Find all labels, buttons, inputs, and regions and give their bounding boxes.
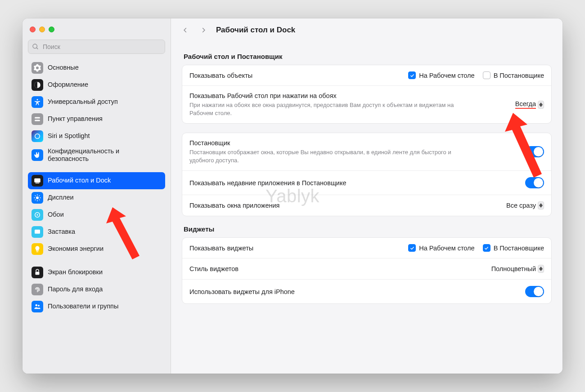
checkbox-icon bbox=[483, 71, 490, 79]
row-desc: При нажатии на обоях все окна раздвинутс… bbox=[189, 101, 459, 117]
sidebar-item-general[interactable]: Основные bbox=[28, 59, 165, 76]
svg-rect-12 bbox=[35, 230, 40, 234]
accessibility-icon bbox=[32, 96, 43, 108]
check-widgets-stage[interactable]: В Постановщике bbox=[483, 244, 544, 252]
row-widget-style: Стиль виджетов Полноцветный bbox=[182, 258, 551, 280]
chevron-updown-icon bbox=[538, 101, 544, 109]
group-desktop-stage: Показывать объекты На Рабочем столе В По… bbox=[182, 65, 552, 124]
sidebar-item-privacy[interactable]: Конфиденциальность и безопасность bbox=[28, 145, 165, 166]
sidebar-item-label: Пароль для входа bbox=[48, 285, 162, 293]
lock-icon bbox=[32, 267, 43, 278]
sidebar-item-displays[interactable]: Дисплеи bbox=[28, 189, 165, 206]
sidebar-nav: Основные Оформление Универсальный доступ… bbox=[28, 59, 165, 315]
sidebar-item-label: Дисплеи bbox=[48, 194, 162, 201]
row-label: Стиль виджетов bbox=[189, 265, 484, 272]
sidebar-item-lock-screen[interactable]: Экран блокировки bbox=[28, 264, 165, 281]
group-widgets: Показывать виджеты На Рабочем столе В По… bbox=[182, 237, 552, 304]
popup-widget-style[interactable]: Полноцветный bbox=[491, 265, 544, 273]
row-iphone-widgets: Использовать виджеты для iPhone bbox=[182, 280, 551, 303]
sidebar-item-label: Пользователи и группы bbox=[48, 303, 162, 310]
appearance-icon bbox=[32, 79, 43, 91]
row-label: Показывать окна приложения bbox=[189, 202, 499, 209]
sidebar-item-siri[interactable]: Siri и Spotlight bbox=[28, 128, 165, 145]
sidebar-item-label: Рабочий стол и Dock bbox=[48, 177, 162, 184]
switch-recent-apps[interactable] bbox=[525, 177, 544, 188]
checkbox-icon bbox=[408, 244, 416, 252]
check-on-desktop[interactable]: На Рабочем столе bbox=[408, 71, 474, 79]
section-header-widgets: Виджеты bbox=[184, 225, 550, 233]
svg-rect-7 bbox=[34, 178, 40, 183]
fingerprint-icon bbox=[32, 284, 43, 295]
sidebar-item-label: Основные bbox=[48, 64, 162, 71]
check-label: В Постановщике bbox=[494, 72, 544, 79]
check-label: На Рабочем столе bbox=[419, 245, 474, 252]
sidebar-item-label: Пункт управления bbox=[48, 115, 162, 123]
sidebar-item-password[interactable]: Пароль для входа bbox=[28, 281, 165, 298]
check-widgets-desktop[interactable]: На Рабочем столе bbox=[408, 244, 474, 252]
sidebar-item-control-center[interactable]: Пункт управления bbox=[28, 111, 165, 128]
row-show-widgets: Показывать виджеты На Рабочем столе В По… bbox=[182, 238, 551, 258]
svg-rect-4 bbox=[35, 117, 40, 119]
switch-stage-manager[interactable] bbox=[525, 146, 544, 157]
svg-rect-13 bbox=[36, 272, 40, 275]
sidebar-item-energy[interactable]: Экономия энергии bbox=[28, 241, 165, 258]
sidebar-item-label: Экран блокировки bbox=[48, 268, 162, 276]
minimize-icon[interactable] bbox=[39, 27, 45, 32]
row-label: Показывать виджеты bbox=[189, 245, 401, 252]
popup-click-wallpaper[interactable]: Всегда bbox=[515, 100, 544, 109]
siri-icon bbox=[32, 130, 43, 142]
section-header-desktop-stage: Рабочий стол и Постановщик bbox=[184, 53, 550, 60]
chevron-updown-icon bbox=[538, 265, 544, 273]
svg-point-15 bbox=[38, 305, 40, 307]
search-input[interactable] bbox=[28, 40, 165, 54]
check-label: В Постановщике bbox=[494, 245, 544, 252]
row-label: Показывать Рабочий стол при нажатии на о… bbox=[189, 92, 508, 99]
control-center-icon bbox=[32, 113, 43, 125]
sidebar-item-label: Заставка bbox=[48, 228, 162, 236]
users-icon bbox=[32, 301, 43, 312]
popup-value: Все сразу bbox=[506, 202, 536, 209]
fullscreen-icon[interactable] bbox=[49, 27, 54, 32]
chevron-updown-icon bbox=[538, 201, 544, 209]
row-recent-apps: Показывать недавние приложения в Постано… bbox=[182, 171, 551, 195]
sidebar-item-accessibility[interactable]: Универсальный доступ bbox=[28, 94, 165, 111]
svg-marker-17 bbox=[539, 105, 543, 107]
close-icon[interactable] bbox=[30, 27, 36, 32]
settings-scroll-pane[interactable]: Рабочий стол и Постановщик Показывать об… bbox=[171, 42, 562, 374]
svg-point-0 bbox=[33, 44, 37, 48]
page-title: Рабочий стол и Dock bbox=[216, 26, 295, 35]
svg-marker-21 bbox=[539, 269, 543, 271]
bulb-icon bbox=[32, 243, 43, 255]
hand-icon bbox=[32, 149, 43, 161]
svg-point-9 bbox=[36, 196, 39, 199]
row-show-windows: Показывать окна приложения Все сразу bbox=[182, 195, 551, 216]
row-label: Постановщик bbox=[189, 139, 518, 147]
group-stage-manager: Постановщик Постановщик отображает окна,… bbox=[182, 133, 552, 216]
sidebar-item-appearance[interactable]: Оформление bbox=[28, 76, 165, 94]
back-button[interactable] bbox=[180, 25, 191, 36]
sidebar-item-users[interactable]: Пользователи и группы bbox=[28, 298, 165, 315]
row-label: Показывать недавние приложения в Постано… bbox=[189, 179, 518, 187]
row-desc: Постановщик отображает окна, которые Вы … bbox=[189, 148, 459, 164]
content-pane: Рабочий стол и Dock Рабочий стол и Поста… bbox=[171, 18, 562, 374]
sidebar-item-label: Конфиденциальность и безопасность bbox=[48, 147, 162, 163]
check-label: На Рабочем столе bbox=[419, 72, 474, 79]
sidebar-item-label: Оформление bbox=[48, 81, 162, 89]
svg-point-6 bbox=[35, 134, 40, 139]
switch-iphone-widgets[interactable] bbox=[525, 286, 544, 297]
sidebar-item-wallpaper[interactable]: Обои bbox=[28, 206, 165, 223]
sidebar: Основные Оформление Универсальный доступ… bbox=[22, 18, 171, 374]
sidebar-item-desktop-dock[interactable]: Рабочий стол и Dock bbox=[28, 172, 165, 189]
screensaver-icon bbox=[32, 226, 43, 238]
check-in-stage[interactable]: В Постановщике bbox=[483, 71, 544, 79]
search-field[interactable] bbox=[28, 40, 165, 54]
forward-button[interactable] bbox=[198, 25, 209, 36]
popup-value: Полноцветный bbox=[491, 265, 536, 272]
checkbox-icon bbox=[408, 71, 416, 79]
sidebar-item-label: Универсальный доступ bbox=[48, 98, 162, 106]
displays-icon bbox=[32, 192, 43, 204]
popup-show-windows[interactable]: Все сразу bbox=[506, 201, 544, 209]
popup-value: Всегда bbox=[515, 100, 536, 109]
sidebar-item-screensaver[interactable]: Заставка bbox=[28, 223, 165, 241]
row-stage-manager: Постановщик Постановщик отображает окна,… bbox=[182, 133, 551, 171]
